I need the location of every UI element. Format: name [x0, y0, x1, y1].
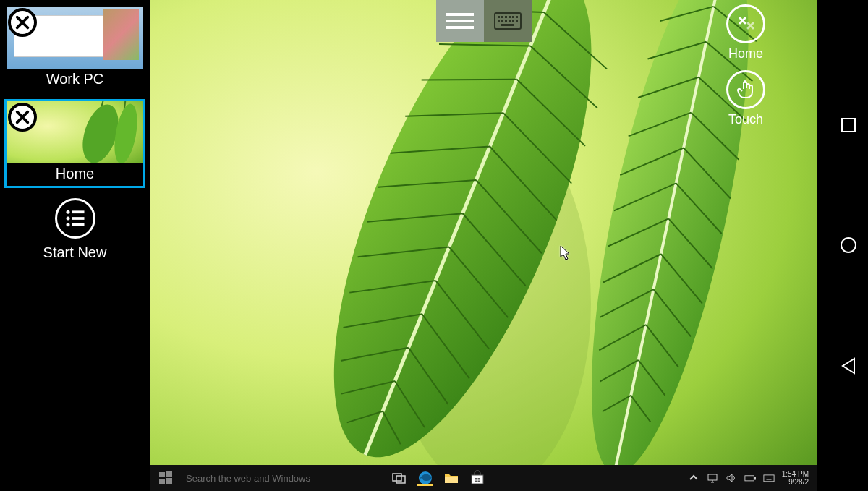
svg-rect-4 [72, 210, 85, 213]
keyboard-small-icon [763, 474, 775, 482]
session-menu-button[interactable] [436, 0, 484, 42]
svg-rect-20 [501, 16, 503, 18]
svg-rect-29 [512, 20, 514, 22]
tray-volume-button[interactable] [726, 472, 737, 484]
volume-icon [726, 472, 737, 484]
svg-rect-47 [745, 475, 754, 480]
overlay-touch-button[interactable]: Touch [720, 70, 772, 127]
edge-icon [417, 470, 433, 486]
overlay-touch-label: Touch [720, 112, 772, 127]
svg-point-3 [66, 210, 69, 214]
hamburger-icon [446, 11, 474, 31]
android-back-button[interactable] [838, 356, 859, 376]
start-new-label: Start New [4, 244, 145, 261]
connection-label: Home [7, 163, 143, 186]
system-tray: 1:54 PM 9/28/2 [682, 465, 817, 491]
tray-overflow-button[interactable] [688, 472, 699, 484]
svg-rect-8 [72, 223, 85, 226]
svg-rect-49 [764, 475, 774, 482]
svg-rect-24 [516, 16, 518, 18]
svg-rect-19 [498, 16, 500, 18]
keyboard-icon [494, 11, 522, 31]
svg-point-7 [66, 223, 69, 226]
svg-rect-22 [509, 16, 511, 18]
clock-date: 9/28/2 [782, 478, 809, 486]
tray-keyboard-button[interactable] [763, 472, 775, 484]
svg-rect-41 [472, 475, 483, 484]
battery-icon [744, 474, 756, 482]
remote-desktop-viewport[interactable]: Home Touch [150, 0, 817, 491]
svg-rect-46 [708, 474, 717, 480]
svg-rect-26 [501, 20, 503, 22]
svg-rect-16 [446, 20, 474, 22]
overlay-home-label: Home [720, 46, 772, 61]
svg-point-5 [66, 217, 69, 221]
svg-rect-43 [478, 478, 480, 480]
task-view-icon [391, 470, 407, 486]
connection-label: Work PC [7, 69, 143, 91]
svg-point-56 [841, 238, 856, 252]
close-connection-button[interactable] [8, 103, 37, 132]
svg-rect-33 [159, 472, 165, 477]
store-icon [469, 470, 485, 486]
disconnect-icon [735, 13, 757, 35]
svg-rect-48 [754, 477, 756, 479]
svg-point-32 [744, 80, 746, 83]
svg-rect-45 [478, 481, 480, 483]
svg-rect-38 [396, 476, 405, 483]
folder-icon [443, 470, 459, 486]
svg-rect-23 [512, 16, 514, 18]
start-new-button[interactable]: Start New [4, 198, 145, 261]
circle-icon [838, 235, 859, 255]
svg-rect-15 [446, 13, 474, 16]
svg-rect-55 [842, 119, 855, 132]
remote-wallpaper [150, 0, 817, 491]
taskbar-search-placeholder: Search the web and Windows [186, 473, 310, 484]
svg-rect-28 [509, 20, 511, 22]
svg-rect-40 [445, 477, 458, 483]
tray-battery-button[interactable] [744, 472, 756, 484]
svg-rect-42 [475, 478, 477, 480]
svg-rect-25 [498, 20, 500, 22]
connection-sidebar: Work PC Home [0, 0, 150, 491]
android-recent-button[interactable] [838, 115, 859, 135]
taskbar-search[interactable]: Search the web and Windows [182, 465, 384, 491]
svg-rect-34 [166, 471, 172, 477]
toggle-keyboard-button[interactable] [484, 0, 532, 42]
remote-taskbar: Search the web and Windows [150, 465, 817, 491]
store-button[interactable] [469, 470, 485, 486]
chevron-up-icon [688, 472, 699, 484]
svg-rect-36 [166, 478, 172, 484]
svg-rect-27 [505, 20, 507, 22]
android-home-button[interactable] [838, 235, 859, 255]
svg-rect-30 [516, 20, 518, 22]
network-icon [707, 472, 718, 484]
taskbar-clock[interactable]: 1:54 PM 9/28/2 [782, 470, 812, 486]
svg-rect-17 [446, 26, 474, 29]
edge-browser-button[interactable] [417, 470, 433, 486]
triangle-back-icon [838, 356, 859, 376]
svg-rect-6 [72, 217, 85, 220]
windows-logo-icon [159, 471, 172, 484]
task-view-button[interactable] [391, 470, 407, 486]
touch-hand-icon [735, 79, 757, 101]
session-toolbar [436, 0, 532, 42]
taskbar-pinned-apps [384, 465, 485, 491]
close-connection-button[interactable] [8, 8, 37, 37]
overlay-home-button[interactable]: Home [720, 4, 772, 61]
svg-rect-37 [393, 474, 401, 481]
file-explorer-button[interactable] [443, 470, 459, 486]
session-overlay-right: Home Touch [720, 4, 772, 136]
connection-card-workpc[interactable]: Work PC [4, 4, 145, 93]
square-icon [838, 115, 859, 135]
start-button[interactable] [150, 465, 182, 491]
android-nav-bar [828, 0, 868, 491]
svg-rect-44 [475, 481, 477, 483]
close-icon [14, 109, 30, 125]
svg-rect-21 [505, 16, 507, 18]
tray-network-button[interactable] [707, 472, 718, 484]
clock-time: 1:54 PM [782, 470, 809, 478]
connection-card-home[interactable]: Home [4, 99, 145, 188]
svg-rect-31 [501, 24, 514, 26]
svg-rect-35 [159, 479, 165, 484]
